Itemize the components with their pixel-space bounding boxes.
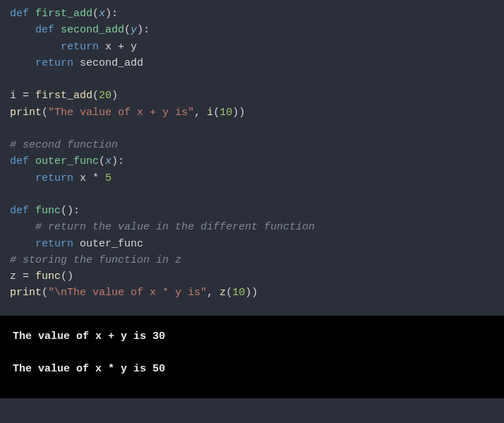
keyword-return: return — [35, 172, 73, 184]
op-assign: = — [23, 90, 29, 102]
paren: ( — [99, 155, 105, 167]
keyword-return: return — [35, 238, 73, 250]
code-editor-pane: def first_add(x): def second_add(y): ret… — [0, 0, 504, 316]
op-plus: + — [118, 41, 124, 53]
comment: # second function — [10, 139, 118, 151]
output-line: The value of x + y is 30 — [13, 330, 165, 342]
keyword-return: return — [61, 41, 99, 53]
ref-second-add: second_add — [80, 57, 143, 69]
keyword-def: def — [10, 205, 29, 217]
paren: )) — [245, 287, 258, 299]
paren: ( — [92, 8, 99, 20]
func-name: func — [35, 205, 61, 217]
var-z: z — [10, 270, 16, 282]
num-10: 10 — [232, 287, 245, 299]
call-func: func — [35, 270, 61, 282]
paren: () — [61, 270, 73, 282]
num-20: 20 — [99, 90, 112, 102]
func-name: first_add — [35, 8, 92, 20]
call-first-add: first_add — [35, 90, 92, 102]
keyword-def: def — [10, 155, 29, 167]
paren: ) — [112, 90, 118, 102]
comment: # storing the function in z — [10, 254, 181, 266]
ref-outer-func: outer_func — [80, 238, 143, 250]
op-assign: = — [23, 270, 29, 282]
paren: ): — [137, 24, 150, 36]
output-line: The value of x * y is 50 — [13, 363, 165, 375]
keyword-def: def — [10, 8, 29, 20]
string-literal: "\nThe value of x * y is" — [48, 287, 207, 299]
paren: ( — [42, 107, 48, 119]
paren: ( — [226, 287, 232, 299]
call-i: i — [207, 107, 213, 119]
paren: )) — [232, 107, 245, 119]
paren: ): — [112, 155, 124, 167]
comma: , — [194, 107, 200, 119]
paren: ( — [42, 287, 48, 299]
var-i: i — [10, 90, 16, 102]
comment: # return the value in the different func… — [35, 221, 315, 233]
paren: (): — [61, 205, 80, 217]
num-10: 10 — [220, 107, 232, 119]
op-star: * — [92, 172, 99, 184]
var-x: x — [80, 172, 86, 184]
keyword-return: return — [35, 57, 73, 69]
func-name: second_add — [61, 24, 124, 36]
call-print: print — [10, 287, 42, 299]
paren: ( — [124, 24, 131, 36]
func-name: outer_func — [35, 155, 99, 167]
paren: ( — [213, 107, 220, 119]
paren: ): — [105, 8, 118, 20]
paren: ( — [92, 90, 99, 102]
param-y: y — [131, 24, 137, 36]
terminal-output-pane: The value of x + y is 30 The value of x … — [0, 316, 504, 399]
param-x: x — [105, 155, 112, 167]
string-literal: "The value of x + y is" — [48, 107, 194, 119]
num-5: 5 — [105, 172, 112, 184]
param-x: x — [99, 8, 105, 20]
var-x: x — [105, 41, 112, 53]
call-print: print — [10, 107, 42, 119]
call-z: z — [220, 287, 226, 299]
comma: , — [207, 287, 213, 299]
var-y: y — [131, 41, 137, 53]
keyword-def: def — [35, 24, 54, 36]
